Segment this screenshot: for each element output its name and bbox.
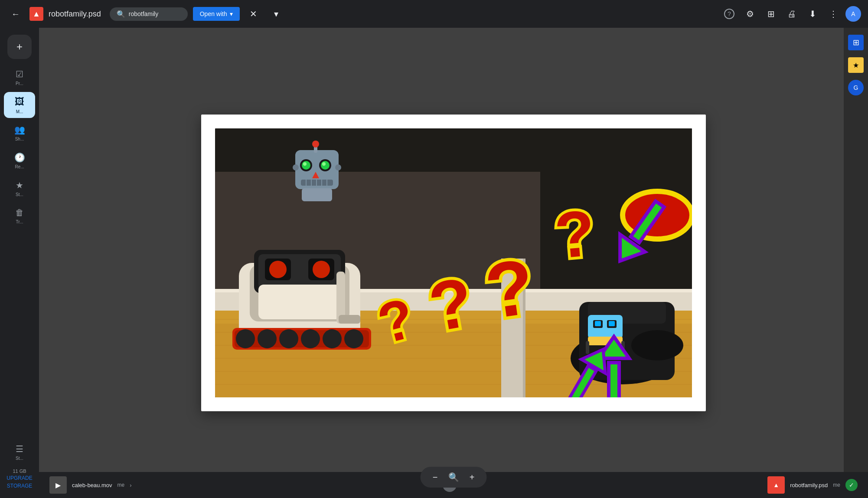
zoom-controls: − 🔍 +	[421, 467, 487, 488]
close-icon: ✕	[250, 9, 257, 19]
zoom-in-button[interactable]: +	[464, 469, 480, 485]
psd-icon: ▲	[773, 482, 779, 488]
storage-icon: ☰	[16, 444, 23, 454]
checkmark-badge: ✓	[845, 479, 858, 491]
svg-point-42	[344, 329, 363, 348]
svg-rect-76	[302, 188, 332, 201]
new-button[interactable]: +	[7, 35, 32, 59]
file-name-video: caleb-beau.mov	[72, 482, 112, 488]
trash-icon: 🗑	[15, 208, 24, 218]
right-panel-item-3: G	[848, 80, 864, 95]
svg-rect-22	[595, 321, 601, 326]
download-button[interactable]: ⬇	[804, 5, 821, 23]
svg-point-63	[302, 161, 310, 170]
sidebar-item-priorities-label: Pr...	[16, 81, 23, 86]
file-entry-psd: ▲ robotfamily.psd me ✓	[767, 476, 858, 494]
sidebar-item-storage[interactable]: ☰ St...	[4, 439, 35, 465]
file-thumb-psd: ▲	[767, 476, 785, 494]
svg-point-38	[258, 329, 277, 348]
help-button[interactable]: ?	[721, 5, 738, 23]
file-owner-psd: me	[833, 482, 840, 488]
dropdown-icon: ▾	[274, 9, 278, 19]
sidebar-item-shared-label: Sh...	[15, 137, 24, 141]
svg-point-65	[303, 162, 307, 166]
zoom-out-button[interactable]: −	[427, 469, 443, 485]
right-panel-item-2: ★	[848, 57, 864, 73]
open-with-label: Open with	[200, 10, 227, 17]
sidebar-item-priorities[interactable]: ☑ Pr...	[4, 64, 35, 90]
sidebar-item-starred[interactable]: ★ St...	[4, 175, 35, 201]
search-container[interactable]: 🔍 robotfamily	[110, 7, 188, 21]
search-icon: 🔍	[117, 10, 125, 18]
play-icon: ▶	[55, 481, 61, 489]
svg-point-66	[322, 162, 326, 166]
storage-amount: 11 GB	[0, 469, 39, 474]
dropdown-arrow-button[interactable]: ▾	[268, 5, 285, 23]
topbar-actions: ? ⚙ ⊞ 🖨 ⬇ ⋮ A	[721, 5, 861, 23]
priorities-icon: ☑	[16, 69, 23, 79]
zoom-icon: 🔍	[445, 472, 463, 482]
back-icon: ←	[11, 9, 20, 19]
file-arrow-video: ›	[130, 482, 131, 488]
svg-point-37	[236, 329, 255, 348]
right-panel: ⊞ ★ G	[844, 28, 868, 472]
open-with-button[interactable]: Open with ▾	[193, 7, 240, 21]
settings-icon: ⚙	[746, 9, 754, 19]
more-icon: ⋮	[829, 9, 838, 19]
svg-point-34	[313, 261, 330, 278]
right-panel-item-1: ⊞	[848, 35, 864, 50]
svg-point-75	[335, 164, 341, 170]
app-icon: ▲	[29, 7, 43, 21]
sidebar-item-storage-label: St...	[16, 456, 23, 461]
right-panel-icon-1: ⊞	[853, 38, 859, 47]
add-to-drive-button[interactable]: ⊞	[762, 5, 780, 23]
upgrade-storage-link[interactable]: UPGRADE STORAGE	[7, 475, 32, 489]
svg-rect-53	[609, 363, 619, 397]
recent-icon: 🕐	[14, 152, 25, 163]
svg-rect-43	[258, 285, 341, 319]
avatar-label: A	[851, 10, 855, 17]
sidebar-item-recent[interactable]: 🕐 Re...	[4, 147, 35, 174]
open-with-dropdown-icon: ▾	[230, 10, 233, 17]
svg-point-64	[321, 161, 330, 170]
shared-icon: 👥	[14, 124, 25, 135]
starred-icon: ★	[16, 180, 23, 190]
search-text: robotfamily	[129, 10, 158, 17]
file-thumb-video: ▶	[49, 476, 67, 494]
file-name-psd: robotfamily.psd	[790, 482, 828, 488]
right-panel-icon-2: ★	[853, 61, 859, 69]
sidebar-item-my-drive-label: M...	[16, 109, 23, 114]
preview-image: ? ? ? ?	[215, 128, 692, 397]
file-title: robotfamily.psd	[49, 10, 101, 19]
svg-text:?: ?	[552, 196, 598, 272]
svg-point-18	[631, 330, 683, 360]
sidebar-item-recent-label: Re...	[15, 164, 24, 169]
sidebar-item-shared[interactable]: 👥 Sh...	[4, 120, 35, 146]
back-button[interactable]: ←	[7, 5, 24, 23]
file-owner-video: me	[117, 482, 125, 488]
checkmark-icon: ✓	[849, 482, 854, 488]
help-icon: ?	[724, 9, 734, 19]
svg-point-39	[279, 329, 298, 348]
sidebar-item-my-drive[interactable]: 🖼 M...	[4, 92, 35, 118]
print-button[interactable]: 🖨	[783, 5, 800, 23]
more-button[interactable]: ⋮	[825, 5, 842, 23]
sidebar-item-trash-label: Tr...	[16, 220, 23, 224]
app-icon-symbol: ▲	[33, 10, 40, 19]
close-button[interactable]: ✕	[245, 5, 262, 23]
settings-button[interactable]: ⚙	[741, 5, 759, 23]
svg-rect-45	[339, 315, 360, 324]
avatar-button[interactable]: A	[845, 6, 861, 22]
preview-frame: ? ? ? ?	[201, 115, 706, 411]
svg-rect-19	[588, 315, 623, 339]
svg-point-74	[293, 164, 299, 170]
svg-rect-23	[609, 321, 615, 326]
new-icon: +	[16, 41, 23, 53]
sidebar-item-starred-label: St...	[16, 192, 23, 197]
sidebar-item-trash[interactable]: 🗑 Tr...	[4, 203, 35, 229]
preview-svg: ? ? ? ?	[215, 128, 692, 397]
sidebar: + ☑ Pr... 🖼 M... 👥 Sh... 🕐 Re... ★ St...…	[0, 28, 39, 498]
zoom-in-icon: +	[470, 472, 475, 482]
file-entry-video: ▶ caleb-beau.mov me ›	[49, 476, 132, 494]
svg-rect-25	[586, 341, 589, 354]
